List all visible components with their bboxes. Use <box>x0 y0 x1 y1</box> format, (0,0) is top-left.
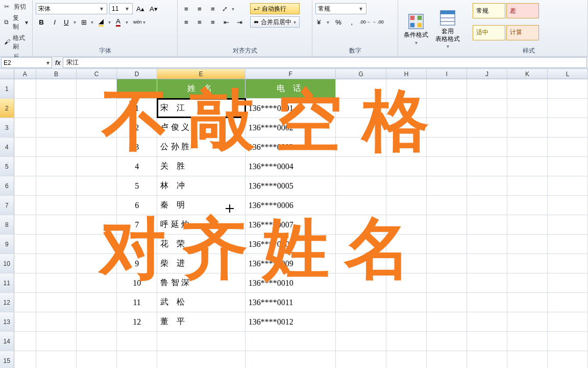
cut-button[interactable]: ✂ 剪切 <box>3 2 29 12</box>
font-name-combo[interactable]: 宋体 ▾ <box>36 3 107 14</box>
cell[interactable] <box>467 215 507 234</box>
cell[interactable] <box>77 118 117 137</box>
cell[interactable] <box>507 79 548 98</box>
align-center-button[interactable]: ≡ <box>194 16 205 28</box>
cell[interactable] <box>467 254 507 273</box>
cell[interactable] <box>336 99 386 118</box>
cell-name[interactable]: 卢 俊 义 <box>157 118 246 137</box>
row-header[interactable]: 5 <box>0 157 14 176</box>
col-header-e[interactable]: E <box>157 69 246 79</box>
cell[interactable] <box>36 196 77 215</box>
row-header[interactable]: 10 <box>0 254 14 273</box>
cell[interactable] <box>14 176 37 195</box>
cell[interactable] <box>336 332 386 351</box>
cell[interactable] <box>548 273 588 292</box>
cell[interactable] <box>336 79 386 98</box>
cell[interactable] <box>36 254 77 273</box>
cell-phone[interactable]: 136****0008 <box>246 235 336 254</box>
cell[interactable] <box>386 118 427 137</box>
style-gallery[interactable]: 常规 差 适中 计算 <box>473 1 539 45</box>
name-box[interactable]: E2 ▾ <box>1 57 52 68</box>
cell[interactable] <box>336 118 386 137</box>
cell[interactable] <box>386 293 427 312</box>
cell[interactable] <box>548 79 588 98</box>
cell-header-phone[interactable]: 电 话 <box>246 79 336 98</box>
orientation-button[interactable]: ⤢▾ <box>220 3 236 14</box>
row-header[interactable]: 11 <box>0 273 14 292</box>
row-header[interactable]: 14 <box>0 332 14 351</box>
cell[interactable] <box>77 79 117 98</box>
cell-name[interactable]: 关 胜 <box>157 157 246 176</box>
cell[interactable] <box>246 332 336 351</box>
cell-num[interactable]: 1 <box>117 99 157 118</box>
fx-icon[interactable]: fx <box>55 59 61 66</box>
cell[interactable] <box>14 79 37 98</box>
col-header-k[interactable]: K <box>507 69 548 79</box>
cell[interactable] <box>36 137 77 156</box>
cell[interactable] <box>386 79 427 98</box>
cell[interactable] <box>336 215 386 234</box>
col-header-g[interactable]: G <box>336 69 386 79</box>
borders-button[interactable]: ⊞▾ <box>80 16 95 28</box>
cell[interactable] <box>36 351 77 368</box>
cell[interactable] <box>336 196 386 215</box>
col-header-f[interactable]: F <box>246 69 336 79</box>
cell[interactable] <box>548 332 588 351</box>
cell[interactable] <box>548 351 588 368</box>
cell[interactable] <box>427 273 467 292</box>
cell[interactable] <box>427 118 467 137</box>
col-header-a[interactable]: A <box>14 69 36 79</box>
cell[interactable] <box>548 293 588 312</box>
cell[interactable] <box>14 254 37 273</box>
row-header[interactable]: 2 <box>0 99 14 118</box>
phonetic-button[interactable]: wén▾ <box>132 16 147 28</box>
cell[interactable] <box>336 137 386 156</box>
cell-num[interactable]: 10 <box>117 273 157 292</box>
col-header-c[interactable]: C <box>77 69 117 79</box>
cell-phone[interactable]: 136****0005 <box>246 176 336 195</box>
cell[interactable] <box>507 137 548 156</box>
cell[interactable] <box>14 332 37 351</box>
cell-name[interactable]: 呼 延 灼 <box>157 215 246 234</box>
cell-phone[interactable]: 136****0006 <box>246 196 336 215</box>
row-header[interactable]: 6 <box>0 176 14 195</box>
cell[interactable] <box>467 196 507 215</box>
cell[interactable] <box>427 312 467 331</box>
cell-phone[interactable]: 136****0010 <box>246 273 336 292</box>
cell-num[interactable]: 6 <box>117 196 157 215</box>
cell[interactable] <box>336 235 386 254</box>
font-size-combo[interactable]: 11 ▾ <box>109 3 133 14</box>
inc-decimal-button[interactable]: .00→ <box>359 16 371 28</box>
col-header-h[interactable]: H <box>386 69 427 79</box>
bold-button[interactable]: B <box>36 16 47 28</box>
cell-phone[interactable]: 136****0004 <box>246 157 336 176</box>
dec-decimal-button[interactable]: ←.00 <box>373 16 384 28</box>
cell-num[interactable]: 3 <box>117 137 157 156</box>
cell-num[interactable]: 12 <box>117 312 157 331</box>
indent-dec-button[interactable]: ⇤ <box>220 16 232 28</box>
cell[interactable] <box>36 332 77 351</box>
cell[interactable] <box>14 118 37 137</box>
cell-phone[interactable]: 136****0003 <box>246 137 336 156</box>
cell[interactable] <box>467 137 507 156</box>
cell[interactable] <box>36 118 77 137</box>
cell[interactable] <box>77 137 117 156</box>
cell[interactable] <box>386 273 427 292</box>
cell[interactable] <box>77 157 117 176</box>
cell[interactable] <box>548 215 588 234</box>
cell[interactable] <box>427 176 467 195</box>
copy-button[interactable]: ⧉ 复制 ▾ <box>3 13 29 32</box>
cell[interactable] <box>548 157 588 176</box>
col-header-l[interactable]: L <box>548 69 588 79</box>
cell[interactable] <box>386 176 427 195</box>
cell[interactable] <box>77 254 117 273</box>
cell[interactable] <box>336 312 386 331</box>
cell[interactable] <box>336 176 386 195</box>
cell[interactable] <box>507 293 548 312</box>
row-header[interactable]: 8 <box>0 215 14 234</box>
cell-name[interactable]: 董 平 <box>157 312 246 331</box>
cell[interactable] <box>36 273 77 292</box>
cell[interactable] <box>467 332 507 351</box>
cell[interactable] <box>507 215 548 234</box>
cell[interactable] <box>386 137 427 156</box>
